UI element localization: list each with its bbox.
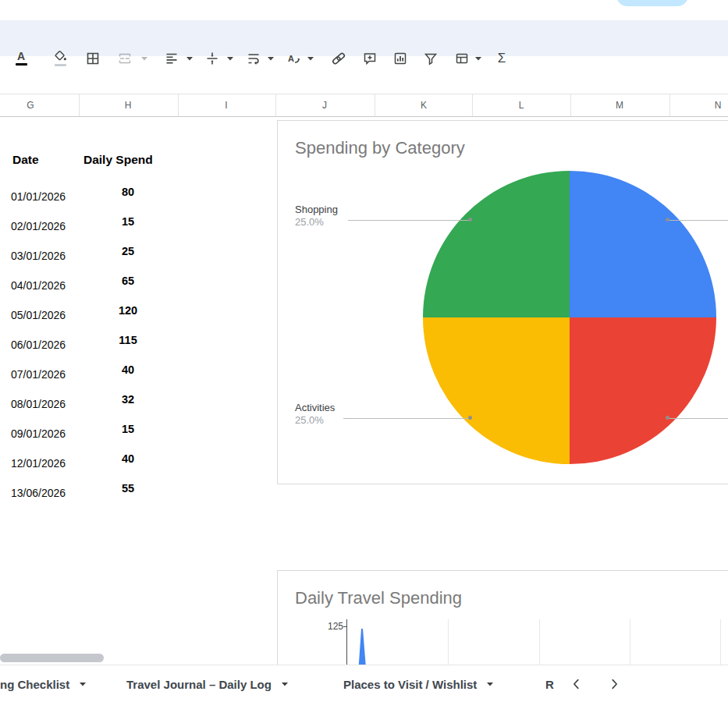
- sheet-tab-menu-caret[interactable]: [486, 682, 494, 686]
- horizontal-align-button[interactable]: [161, 48, 183, 69]
- column-separator: [472, 94, 473, 116]
- spend-cell[interactable]: 120: [105, 304, 151, 317]
- date-cell[interactable]: 07/01/2026: [11, 368, 66, 381]
- sheet-tab-menu-caret[interactable]: [281, 682, 289, 686]
- spend-header-cell[interactable]: Daily Spend: [83, 153, 153, 167]
- date-cell[interactable]: 01/01/2026: [11, 190, 66, 203]
- sheet-tab-menu-caret[interactable]: [79, 682, 87, 686]
- column-header-j[interactable]: J: [322, 100, 327, 111]
- table-row[interactable]: 09/01/202615: [0, 420, 203, 449]
- chevron-left-icon: [570, 677, 584, 691]
- fill-color-button[interactable]: [49, 48, 71, 69]
- spend-cell[interactable]: 25: [105, 245, 151, 257]
- vertical-align-button[interactable]: [201, 48, 223, 69]
- table-views-button[interactable]: [451, 48, 473, 69]
- chevron-down-icon: [140, 56, 148, 61]
- date-cell[interactable]: 12/01/2026: [11, 457, 66, 470]
- text-rotation-dropdown-caret[interactable]: [307, 55, 314, 62]
- sheet-tab-label: R: [545, 678, 554, 691]
- table-row[interactable]: 07/01/202640: [0, 360, 203, 390]
- sheet-tab-label: Places to Visit / Wishlist: [343, 678, 477, 691]
- create-filter-icon: [423, 51, 439, 66]
- pie[interactable]: [423, 171, 716, 464]
- y-axis-tick-label: 125: [315, 621, 343, 632]
- insert-chart-button[interactable]: [389, 48, 411, 69]
- date-cell[interactable]: 04/01/2026: [11, 279, 66, 292]
- pie-label-activities: Activities 25.0%: [295, 402, 389, 427]
- table-row[interactable]: 08/01/202632: [0, 390, 203, 420]
- horizontal-align-dropdown-caret[interactable]: [186, 55, 194, 62]
- pie-label-text: Shopping: [295, 204, 389, 216]
- column-header-h[interactable]: H: [125, 100, 132, 111]
- leader-dot: [468, 218, 472, 222]
- insert-comment-button[interactable]: [359, 48, 381, 69]
- chevron-right-icon: [607, 677, 621, 691]
- text-wrapping-dropdown-caret[interactable]: [267, 55, 275, 62]
- vertical-align-dropdown-caret[interactable]: [226, 55, 234, 62]
- next-sheet-button[interactable]: [605, 675, 623, 693]
- text-wrapping-button[interactable]: [243, 48, 265, 69]
- line-chart-title: Daily Travel Spending: [295, 588, 462, 608]
- column-header-n[interactable]: N: [715, 100, 722, 111]
- date-header-cell[interactable]: Date: [12, 153, 39, 167]
- functions-button[interactable]: Σ: [491, 48, 513, 69]
- spend-cell[interactable]: 15: [105, 423, 151, 435]
- date-cell[interactable]: 03/01/2026: [11, 250, 66, 262]
- spend-cell[interactable]: 65: [105, 275, 151, 287]
- column-header-k[interactable]: K: [421, 100, 427, 111]
- table-row[interactable]: 05/01/2026120: [0, 301, 203, 331]
- date-cell[interactable]: 13/06/2026: [11, 487, 66, 499]
- share-button[interactable]: [616, 0, 688, 6]
- spend-cell[interactable]: 40: [105, 452, 151, 465]
- merge-dropdown-caret[interactable]: [140, 55, 148, 62]
- create-filter-button[interactable]: [420, 48, 442, 69]
- toolbar: A: [0, 20, 728, 56]
- date-cell[interactable]: 08/01/2026: [11, 398, 66, 410]
- sheet-tab-partial[interactable]: R: [545, 665, 554, 702]
- table-row[interactable]: 03/01/202625: [0, 242, 203, 271]
- date-cell[interactable]: 05/01/2026: [11, 309, 66, 321]
- pie-chart-card[interactable]: Spending by Category Shopping 25.0% Acti…: [277, 120, 728, 484]
- table-row[interactable]: 04/01/202665: [0, 271, 203, 301]
- text-color-icon: A: [17, 51, 25, 62]
- leader-dot: [666, 416, 669, 420]
- sheet-tab-checklist[interactable]: ng Checklist: [0, 665, 87, 702]
- borders-button[interactable]: [82, 48, 104, 69]
- spend-cell[interactable]: 40: [105, 363, 151, 376]
- table-row[interactable]: 02/01/202615: [0, 212, 203, 242]
- text-color-button[interactable]: A: [10, 48, 32, 69]
- column-header-l[interactable]: L: [519, 100, 524, 111]
- spend-cell[interactable]: 115: [105, 334, 151, 346]
- date-cell[interactable]: 06/01/2026: [11, 339, 66, 351]
- prev-sheet-button[interactable]: [568, 675, 585, 693]
- merge-cells-button[interactable]: [114, 48, 136, 69]
- pie-chart-title: Spending by Category: [295, 138, 465, 158]
- date-cell[interactable]: 09/01/2026: [11, 427, 66, 440]
- table-row[interactable]: 13/06/202655: [0, 479, 203, 509]
- spend-cell[interactable]: 80: [105, 186, 151, 198]
- insert-link-button[interactable]: [328, 48, 350, 69]
- insert-link-icon: [331, 51, 346, 66]
- spend-cell[interactable]: 15: [105, 215, 151, 228]
- table-row[interactable]: 12/01/202640: [0, 449, 203, 479]
- date-cell[interactable]: 02/01/2026: [11, 220, 66, 232]
- table-row[interactable]: 06/01/2026115: [0, 331, 203, 360]
- text-rotation-icon: A: [286, 51, 301, 66]
- table-views-dropdown-caret[interactable]: [474, 55, 482, 62]
- spend-cell[interactable]: 32: [105, 393, 151, 406]
- chevron-down-icon: [79, 682, 87, 686]
- horizontal-align-icon: [164, 51, 179, 66]
- horizontal-scrollbar[interactable]: [0, 654, 104, 662]
- leader-line: [669, 418, 728, 419]
- sheet-tab-travel-journal[interactable]: Travel Journal – Daily Log: [126, 665, 289, 702]
- text-rotation-button[interactable]: A: [282, 48, 304, 69]
- table-row[interactable]: 01/01/202680: [0, 183, 203, 212]
- sheet-tab-places-wishlist[interactable]: Places to Visit / Wishlist: [343, 665, 494, 702]
- column-header-g[interactable]: G: [27, 100, 34, 111]
- pie-label-percent: 25.0%: [295, 414, 389, 427]
- column-header-m[interactable]: M: [616, 100, 623, 111]
- column-header-i[interactable]: I: [225, 100, 227, 111]
- sheet-tab-bar: ng Checklist Travel Journal – Daily Log …: [0, 665, 728, 702]
- spend-cell[interactable]: 55: [105, 482, 151, 495]
- vertical-align-icon: [204, 51, 220, 66]
